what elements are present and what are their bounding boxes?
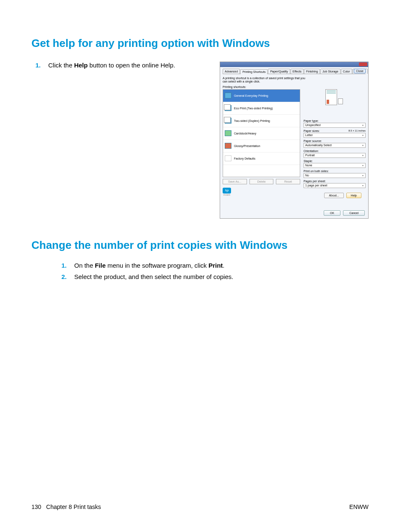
shortcut-label: Glossy/Presentation bbox=[234, 145, 260, 147]
field-label: Print on both sides: bbox=[304, 170, 366, 173]
field-label: Paper sizes: bbox=[304, 129, 320, 132]
shortcuts-column: General Everyday Printing Eco Print (Two… bbox=[223, 89, 300, 196]
size-note: 8.5 × 11 inches bbox=[348, 129, 366, 132]
tab-job-storage[interactable]: Job Storage bbox=[320, 69, 340, 74]
field-label: Staple: bbox=[304, 160, 366, 163]
reset-button[interactable]: Reset bbox=[276, 179, 300, 184]
save-as-button[interactable]: Save As... bbox=[223, 179, 247, 184]
about-button[interactable]: About... bbox=[324, 193, 343, 198]
page-footer: 130 Chapter 8 Print tasks ENWW bbox=[31, 504, 369, 510]
step-2-copies: 2. Select the product, and then select t… bbox=[57, 273, 369, 280]
printing-shortcuts-dialog: Advanced Printing Shortcuts Paper/Qualit… bbox=[220, 62, 369, 219]
field-value-text: Automatically Select bbox=[305, 144, 332, 147]
paper-sizes-select[interactable]: Letter▼ bbox=[304, 133, 366, 138]
text-part: menu in the software program, click bbox=[106, 262, 208, 269]
field-pages-per-sheet: Pages per sheet: 1 page per sheet▼ bbox=[304, 180, 366, 188]
pages-per-sheet-select[interactable]: 1 page per sheet▼ bbox=[304, 183, 366, 188]
chevron-down-icon: ▼ bbox=[362, 184, 364, 187]
chevron-down-icon: ▼ bbox=[362, 144, 364, 147]
chevron-down-icon: ▼ bbox=[362, 174, 364, 177]
help-button[interactable]: Help bbox=[346, 193, 361, 198]
shortcut-duplex[interactable]: Two-sided (Duplex) Printing bbox=[223, 115, 300, 127]
shortcut-icon bbox=[225, 130, 231, 136]
hp-branding: hp bbox=[223, 188, 300, 194]
close-icon[interactable] bbox=[359, 62, 367, 66]
ok-cancel-buttons: OK Cancel bbox=[324, 210, 365, 216]
paper-source-select[interactable]: Automatically Select▼ bbox=[304, 143, 366, 148]
field-paper-source: Paper source: Automatically Select▼ bbox=[304, 139, 366, 148]
footer-right: ENWW bbox=[349, 504, 369, 510]
tab-advanced[interactable]: Advanced bbox=[223, 69, 240, 74]
step-number: 2. bbox=[57, 273, 74, 280]
ok-button[interactable]: OK bbox=[324, 210, 340, 216]
section-help-content: 1. Click the Help button to open the onl… bbox=[31, 62, 369, 219]
section-heading-help: Get help for any printing option with Wi… bbox=[31, 37, 369, 50]
shortcut-icon bbox=[225, 118, 231, 124]
chevron-down-icon: ▼ bbox=[362, 134, 364, 137]
settings-panel: Paper type: Unspecified▼ Paper sizes:8.5… bbox=[304, 89, 366, 196]
shortcut-icon bbox=[225, 143, 231, 149]
field-value-text: No bbox=[305, 174, 309, 177]
field-value-text: 1 page per sheet bbox=[305, 184, 327, 187]
shortcut-label: Factory Defaults bbox=[234, 157, 255, 160]
shortcut-cardstock[interactable]: Cardstock/Heavy bbox=[223, 127, 300, 140]
paper-type-select[interactable]: Unspecified▼ bbox=[304, 123, 366, 128]
tab-printing-shortcuts[interactable]: Printing Shortcuts bbox=[240, 69, 268, 74]
preview-row-icon bbox=[338, 98, 343, 104]
shortcut-icon bbox=[225, 105, 231, 111]
shortcut-list[interactable]: General Everyday Printing Eco Print (Two… bbox=[223, 89, 300, 177]
tab-paper-quality[interactable]: Paper/Quality bbox=[268, 69, 290, 74]
shortcut-glossy[interactable]: Glossy/Presentation bbox=[223, 140, 300, 152]
step-1: 1. Click the Help button to open the onl… bbox=[31, 62, 220, 69]
dialog-screenshot: Advanced Printing Shortcuts Paper/Qualit… bbox=[220, 62, 369, 219]
field-value-text: Letter bbox=[305, 134, 313, 137]
dialog-body: Advanced Printing Shortcuts Paper/Qualit… bbox=[220, 67, 368, 218]
step-text: On the File menu in the software program… bbox=[74, 262, 369, 269]
shortcut-icon bbox=[225, 93, 231, 98]
field-label: Orientation: bbox=[304, 150, 366, 152]
shortcut-general-everyday[interactable]: General Everyday Printing bbox=[223, 90, 300, 102]
dialog-titlebar bbox=[220, 62, 368, 67]
field-label: Paper type: bbox=[304, 119, 366, 122]
close-button[interactable]: Close bbox=[354, 69, 366, 73]
field-orientation: Orientation: Portrait▼ bbox=[304, 150, 366, 158]
shortcut-label: Two-sided (Duplex) Printing bbox=[234, 119, 270, 122]
field-label: Pages per sheet: bbox=[304, 180, 366, 183]
chevron-down-icon: ▼ bbox=[362, 154, 364, 157]
step-number: 1. bbox=[31, 62, 48, 69]
step-1-copies: 1. On the File menu in the software prog… bbox=[57, 262, 369, 269]
text-bold: File bbox=[95, 262, 106, 269]
step-text: Select the product, and then select the … bbox=[74, 273, 369, 280]
text-part: . bbox=[223, 262, 224, 269]
shortcut-icon bbox=[225, 155, 231, 161]
print-both-select[interactable]: No▼ bbox=[304, 173, 366, 178]
field-value-text: Unspecified bbox=[305, 124, 321, 127]
orientation-select[interactable]: Portrait▼ bbox=[304, 153, 366, 158]
steps-copies: 1. On the File menu in the software prog… bbox=[57, 262, 369, 280]
field-staple: Staple: None▼ bbox=[304, 160, 366, 168]
text-bold: Print bbox=[208, 262, 223, 269]
shortcut-factory-defaults[interactable]: Factory Defaults bbox=[223, 152, 300, 165]
shortcut-label: Cardstock/Heavy bbox=[234, 132, 256, 135]
text-part: On the bbox=[74, 262, 95, 269]
step-suffix: button to open the online Help. bbox=[88, 62, 175, 69]
tab-effects[interactable]: Effects bbox=[291, 69, 304, 74]
tab-bar: Advanced Printing Shortcuts Paper/Qualit… bbox=[223, 69, 366, 74]
hp-logo-icon: hp bbox=[223, 188, 231, 194]
tab-finishing[interactable]: Finishing bbox=[304, 69, 320, 74]
field-print-both-sides: Print on both sides: No▼ bbox=[304, 170, 366, 178]
chapter-label: Chapter 8 Print tasks bbox=[46, 504, 101, 510]
delete-button[interactable]: Delete bbox=[249, 179, 274, 184]
shortcut-eco-print[interactable]: Eco Print (Two-sided Printing) bbox=[223, 102, 300, 115]
tab-color[interactable]: Color bbox=[341, 69, 352, 74]
page-preview bbox=[325, 89, 345, 115]
step-number: 1. bbox=[57, 262, 74, 269]
field-value-text: None bbox=[305, 164, 312, 167]
step-bold: Help bbox=[74, 62, 88, 69]
cancel-button[interactable]: Cancel bbox=[343, 210, 365, 216]
section-heading-copies: Change the number of print copies with W… bbox=[31, 239, 369, 252]
shortcut-label: Eco Print (Two-sided Printing) bbox=[234, 107, 273, 110]
staple-select[interactable]: None▼ bbox=[304, 163, 366, 168]
chevron-down-icon: ▼ bbox=[362, 164, 364, 167]
shortcut-label: General Everyday Printing bbox=[234, 94, 268, 97]
